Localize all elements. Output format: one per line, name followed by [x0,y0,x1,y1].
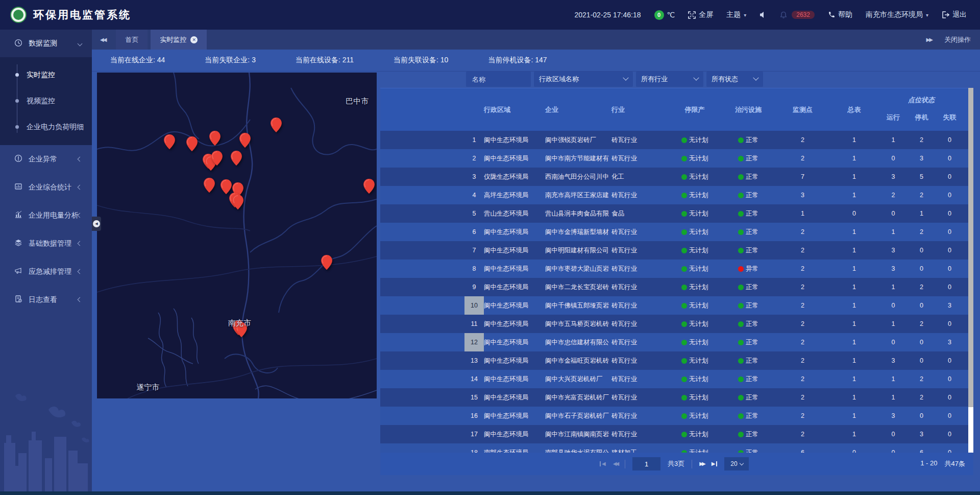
table-row[interactable]: 2阆中生态环境局阆中市南方节能建材有砖瓦行业无计划正常21030 [380,149,968,168]
status-filter-select[interactable]: 所有状态 [706,72,763,87]
cell-monitor: 2 [776,149,829,168]
sidebar-item-企业异常[interactable]: 企业异常 [0,145,92,173]
scrollbar-thumb[interactable] [968,88,973,407]
cell-company: 南部县驰华水泥有限公 [545,443,611,453]
cell-facility: 正常 [721,407,776,425]
map-pin[interactable] [232,195,243,209]
cell-industry: 砖瓦行业 [611,315,669,333]
tab-bar: ◀◀ 首页实时监控✕ ▶▶ 关闭操作 [92,30,980,50]
close-operations-button[interactable]: 关闭操作 [944,35,971,44]
sidebar-item-视频监控[interactable]: 视频监控 [0,88,92,114]
map-pin[interactable] [164,134,175,149]
page-input[interactable] [632,457,660,470]
map-pin[interactable] [204,178,215,193]
cell-monitor: 7 [776,168,829,186]
table-row[interactable]: 9阆中生态环境局阆中市二龙长宝页岩砖砖瓦行业无计划正常21120 [380,278,968,296]
sidebar-item-企业电力负荷明细[interactable]: 企业电力负荷明细 [0,114,92,140]
map-panel[interactable]: 巴中市南充市遂宁市 [97,73,377,398]
table-row[interactable]: 18南部生态环境局南部县驰华水泥有限公建材加工无计划正常60060 [380,443,968,453]
table-row[interactable]: 17阆中生态环境局阆中市江南镇阆南页岩砖瓦行业无计划正常21030 [380,425,968,443]
cell-end [964,168,968,186]
region-filter-select[interactable]: 行政区域名称 [534,72,633,87]
table-scrollbar[interactable] [968,88,973,453]
col-company: 企业 [545,88,611,131]
sidebar-item-应急减排管理[interactable]: 应急减排管理 [0,257,92,286]
map-pin[interactable] [209,131,220,146]
map-pin[interactable] [211,151,223,166]
logout-button[interactable]: 退出 [942,10,967,19]
sidebar-item-企业用电量分析[interactable]: 企业用电量分析 [0,201,92,229]
theme-menu[interactable]: 主题 ▾ [726,10,746,19]
table-row[interactable]: 16阆中生态环境局阆中市石子页岩机砖厂砖瓦行业无计划正常21300 [380,407,968,425]
table-row[interactable]: 3仪陇生态环境局西南油气田分公司川中化工无计划正常71350 [380,168,968,186]
name-filter-field[interactable] [471,75,526,84]
status-dot [681,321,687,327]
cell-spacer [380,241,464,260]
map-pin[interactable] [186,136,198,151]
table-row[interactable]: 6阆中生态环境局阆中市金博瑞新型墙材砖瓦行业无计划正常21120 [380,223,968,241]
map-pin[interactable] [321,255,332,270]
cell-run: 1 [879,131,908,149]
sidebar-item-数据监测[interactable]: 数据监测 [0,30,92,57]
sidebar-item-企业综合统计[interactable]: 企业综合统计 [0,173,92,201]
scroll-tabs-right-icon[interactable]: ▶▶ [924,37,934,42]
fullscreen-button[interactable]: 全屏 [688,10,713,19]
table-row[interactable]: 7阆中生态环境局阆中明阳建材有限公司砖瓦行业无计划正常21300 [380,241,968,260]
name-filter-input[interactable] [466,72,531,87]
first-page-button[interactable]: ◀ [600,461,606,466]
tab-首页[interactable]: 首页 [116,30,148,50]
industry-filter-select[interactable]: 所有行业 [636,72,703,87]
cell-run: 0 [879,204,908,223]
map-pin[interactable] [239,133,251,148]
cell-spacer [380,388,464,407]
tab-close-icon[interactable]: ✕ [190,36,198,43]
help-button[interactable]: 帮助 [828,10,852,19]
cell-region: 阆中生态环境局 [484,241,545,260]
sidebar-item-日志查看[interactable]: 日志查看 [0,286,92,314]
sidebar-item-实时监控[interactable]: 实时监控 [0,62,92,88]
status-dot [738,174,744,180]
table-row[interactable]: 14阆中生态环境局阆中大兴页岩机砖厂砖瓦行业无计划正常21120 [380,370,968,388]
alarm-indicator[interactable]: 2632 [780,11,815,19]
cell-end [964,388,968,407]
table-row[interactable]: 1阆中生态环境局阆中强锐页岩砖厂砖瓦行业无计划正常21120 [380,131,968,149]
cell-spacer [380,443,464,453]
cell-index: 14 [464,370,484,388]
table-row[interactable]: 10阆中生态环境局阆中千佛镇五郎垭页岩砖瓦行业无计划正常21003 [380,296,968,315]
last-page-button[interactable]: ▶ [712,461,718,466]
table-row[interactable]: 11阆中生态环境局阆中市五马桥页岩机砖砖瓦行业无计划正常21120 [380,315,968,333]
cell-region: 阆中生态环境局 [484,315,545,333]
cell-region: 阆中生态环境局 [484,333,545,351]
sidebar-collapse-handle[interactable]: ◀ [92,217,101,231]
cell-lost: 0 [936,223,964,241]
bell-icon [780,11,787,19]
cell-total: 1 [829,131,879,149]
cell-region: 阆中生态环境局 [484,278,545,296]
next-page-button[interactable]: ▶▶ [699,461,704,466]
cell-down: 5 [908,168,936,186]
datetime-label: 2021-02-25 17:46:18 [575,11,641,19]
status-dot [738,285,744,290]
cell-end [964,333,968,351]
table-row[interactable]: 4高坪生态环境局南充市高坪区王家店建砖瓦行业无计划正常31220 [380,186,968,204]
map-pin[interactable] [231,151,242,166]
table-row[interactable]: 5营山生态环境局营山县润丰肉食品有限食品无计划正常10010 [380,204,968,223]
cell-lost: 0 [936,388,964,407]
cell-down: 0 [908,260,936,278]
sidebar-item-基础数据管理[interactable]: 基础数据管理 [0,229,92,257]
org-menu[interactable]: 南充市生态环境局 ▾ [866,10,928,19]
prev-page-button[interactable]: ◀◀ [613,461,618,466]
page-size-select[interactable]: 20 [724,457,749,470]
cell-lost: 0 [936,260,964,278]
table-row[interactable]: 15阆中生态环境局阆中市光富页岩机砖厂砖瓦行业无计划正常21120 [380,388,968,407]
map-pin[interactable] [363,179,375,194]
scroll-tabs-left-icon[interactable]: ◀◀ [92,37,108,42]
map-pin[interactable] [220,179,232,194]
sidebar-menu: 数据监测实时监控视频监控企业电力负荷明细企业异常企业综合统计企业用电量分析基础数… [0,30,92,314]
table-row[interactable]: 8阆中生态环境局阆中市枣碧大梁山页岩砖瓦行业无计划异常21300 [380,260,968,278]
mute-button[interactable] [760,11,767,18]
map-pin[interactable] [271,117,282,132]
table-row[interactable]: 12阆中生态环境局阆中市忠信建材有限公砖瓦行业无计划正常21003 [380,333,968,351]
table-row[interactable]: 13阆中生态环境局阆中市金福旺页岩机砖砖瓦行业无计划正常21300 [380,351,968,370]
tab-实时监控[interactable]: 实时监控✕ [151,30,207,50]
